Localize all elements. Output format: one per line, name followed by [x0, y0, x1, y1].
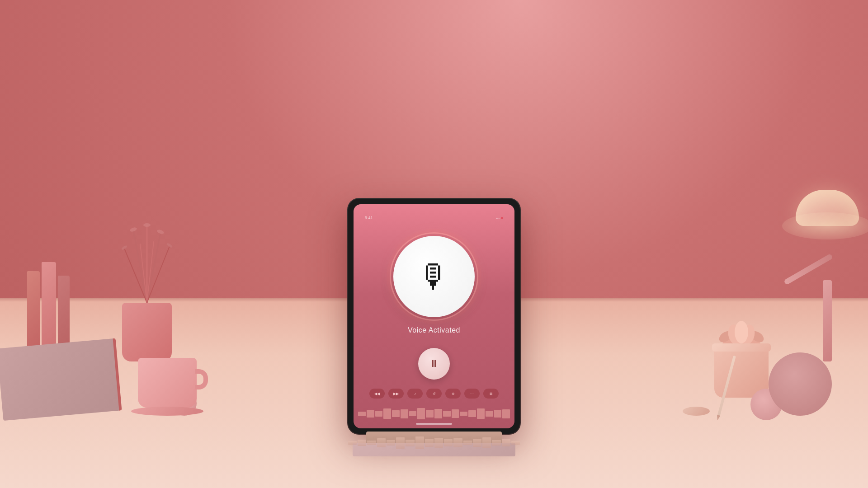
svg-point-8 — [143, 223, 151, 227]
small-disc — [683, 407, 710, 416]
svg-line-0 — [133, 230, 147, 303]
status-bar: 9:41 ▪▪▪ — [360, 213, 508, 222]
wave-bar — [434, 409, 442, 418]
notebook — [0, 338, 120, 421]
svg-point-19 — [735, 321, 748, 343]
wave-bar — [502, 409, 510, 418]
stems-svg — [115, 221, 179, 303]
mic-container[interactable]: 🎙 — [393, 236, 475, 317]
lamp-base — [823, 280, 832, 361]
wave-bar — [452, 409, 459, 418]
wave-bar — [358, 412, 366, 416]
saucer — [131, 407, 203, 416]
tablet-base-waveform — [348, 436, 520, 450]
home-bar — [416, 423, 452, 425]
waveform — [358, 408, 510, 419]
wave-bar — [392, 410, 400, 417]
wave-bar — [477, 408, 485, 419]
ctrl-rewind[interactable]: ◀◀ — [369, 389, 385, 399]
lamp-glow — [782, 212, 868, 239]
coffee-cup — [138, 358, 197, 408]
ctrl-close[interactable]: ⊠ — [483, 389, 499, 399]
textile-ball — [769, 352, 832, 416]
wave-bar — [460, 412, 467, 416]
wave-bar — [375, 411, 383, 417]
tablet-device: 9:41 ▪▪▪ 🎙 Voice Activated ⏸ — [348, 199, 520, 434]
ctrl-repeat[interactable]: ↺ — [426, 389, 442, 399]
desk-lamp — [823, 280, 832, 361]
tablet-wrapper: 9:41 ▪▪▪ 🎙 Voice Activated ⏸ — [348, 199, 520, 434]
controls-row: ◀◀ ▶▶ ♪ ↺ ⊕ ⋯ ⊠ — [369, 389, 499, 399]
wave-bar — [486, 411, 493, 417]
status-icons: ▪▪▪ — [496, 216, 503, 220]
ctrl-music[interactable]: ♪ — [407, 389, 423, 399]
wave-bar — [401, 409, 408, 418]
wave-bar — [443, 411, 451, 417]
ctrl-more[interactable]: ⋯ — [464, 389, 480, 399]
wave-bar — [409, 411, 417, 416]
wave-bar — [417, 408, 425, 419]
status-time: 9:41 — [365, 216, 373, 220]
plant-left — [122, 303, 172, 361]
plant-stems — [115, 221, 179, 303]
microphone-icon: 🎙 — [418, 260, 450, 293]
pause-icon: ⏸ — [429, 358, 439, 370]
wave-bar — [468, 410, 476, 417]
wave-bar — [426, 410, 434, 417]
wave-bar — [383, 408, 391, 419]
pause-button[interactable]: ⏸ — [418, 348, 450, 380]
tablet-screen: 9:41 ▪▪▪ 🎙 Voice Activated ⏸ — [354, 204, 514, 428]
voice-activated-label: Voice Activated — [408, 326, 460, 334]
ctrl-add[interactable]: ⊕ — [445, 389, 461, 399]
mic-circle: 🎙 — [393, 236, 475, 317]
wave-bar — [494, 410, 502, 418]
status-dot — [501, 217, 503, 219]
ctrl-forward[interactable]: ▶▶ — [388, 389, 404, 399]
wave-bar — [367, 410, 374, 418]
vase-left — [122, 303, 172, 361]
cup-area — [131, 407, 203, 416]
